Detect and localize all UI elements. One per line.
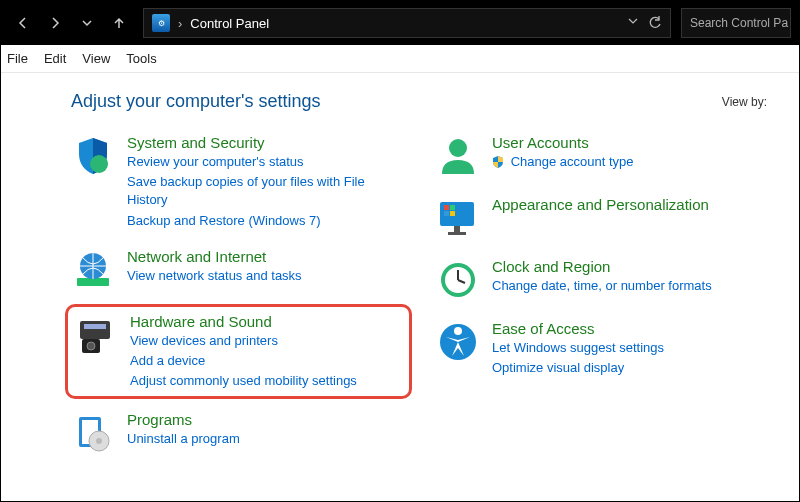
view-by-label: View by: (722, 95, 767, 109)
forward-button[interactable] (41, 9, 69, 37)
menu-file[interactable]: File (7, 51, 28, 66)
right-column: User Accounts Change account type Appear… (436, 134, 771, 455)
svg-rect-18 (450, 211, 455, 216)
svg-rect-3 (80, 321, 110, 339)
history-dropdown[interactable] (73, 9, 101, 37)
svg-rect-15 (444, 205, 449, 210)
page-title: Adjust your computer's settings (71, 91, 321, 112)
category-title[interactable]: System and Security (127, 134, 406, 151)
printer-camera-icon (74, 313, 118, 357)
menu-edit[interactable]: Edit (44, 51, 66, 66)
svg-rect-4 (84, 324, 106, 329)
svg-point-10 (96, 438, 102, 444)
category-ease-of-access: Ease of Access Let Windows suggest setti… (436, 320, 771, 377)
category-clock-region: Clock and Region Change date, time, or n… (436, 258, 771, 302)
svg-rect-17 (444, 211, 449, 216)
menu-tools[interactable]: Tools (126, 51, 156, 66)
category-link[interactable]: Optimize visual display (492, 359, 664, 377)
monitor-icon (436, 196, 480, 240)
category-user-accounts: User Accounts Change account type (436, 134, 771, 178)
user-icon (436, 134, 480, 178)
category-hardware-sound: Hardware and Sound View devices and prin… (65, 304, 412, 400)
svg-rect-14 (448, 232, 466, 235)
shield-icon (71, 134, 115, 178)
up-button[interactable] (105, 9, 133, 37)
category-link[interactable]: Add a device (130, 352, 357, 370)
search-input[interactable]: Search Control Pa (681, 8, 791, 38)
category-title[interactable]: Programs (127, 411, 240, 428)
category-link[interactable]: Change account type (492, 153, 634, 171)
category-title[interactable]: Network and Internet (127, 248, 302, 265)
menu-view[interactable]: View (82, 51, 110, 66)
refresh-icon[interactable] (648, 16, 662, 30)
category-link[interactable]: View devices and printers (130, 332, 357, 350)
category-appearance-personalization: Appearance and Personalization (436, 196, 771, 240)
address-title: Control Panel (190, 16, 269, 31)
category-title[interactable]: User Accounts (492, 134, 634, 151)
category-link[interactable]: View network status and tasks (127, 267, 302, 285)
category-system-security: System and Security Review your computer… (71, 134, 406, 230)
category-link[interactable]: Uninstall a program (127, 430, 240, 448)
svg-rect-1 (77, 278, 109, 286)
category-programs: Programs Uninstall a program (71, 411, 406, 455)
category-title[interactable]: Appearance and Personalization (492, 196, 709, 213)
control-panel-icon: ⚙ (152, 14, 170, 32)
category-link[interactable]: Save backup copies of your files with Fi… (127, 173, 406, 209)
category-title[interactable]: Hardware and Sound (130, 313, 357, 330)
svg-rect-16 (450, 205, 455, 210)
category-link[interactable]: Adjust commonly used mobility settings (130, 372, 357, 390)
category-link[interactable]: Change date, time, or number formats (492, 277, 712, 295)
svg-point-11 (449, 139, 467, 157)
category-network-internet: Network and Internet View network status… (71, 248, 406, 292)
explorer-topbar: ⚙ › Control Panel Search Control Pa (1, 1, 799, 45)
programs-icon (71, 411, 115, 455)
category-link[interactable]: Review your computer's status (127, 153, 406, 171)
globe-icon (71, 248, 115, 292)
accessibility-icon (436, 320, 480, 364)
breadcrumb-separator-icon: › (178, 16, 182, 31)
menubar: File Edit View Tools (1, 45, 799, 73)
clock-icon (436, 258, 480, 302)
back-button[interactable] (9, 9, 37, 37)
address-bar[interactable]: ⚙ › Control Panel (143, 8, 671, 38)
svg-point-0 (90, 155, 108, 173)
svg-rect-13 (454, 226, 460, 232)
category-title[interactable]: Ease of Access (492, 320, 664, 337)
category-title[interactable]: Clock and Region (492, 258, 712, 275)
category-link[interactable]: Let Windows suggest settings (492, 339, 664, 357)
left-column: System and Security Review your computer… (71, 134, 406, 455)
uac-shield-icon (492, 156, 504, 168)
svg-point-22 (454, 327, 462, 335)
svg-point-6 (87, 342, 95, 350)
address-dropdown-icon[interactable] (628, 16, 638, 30)
content: Adjust your computer's settings View by:… (1, 73, 799, 465)
category-link[interactable]: Backup and Restore (Windows 7) (127, 212, 406, 230)
